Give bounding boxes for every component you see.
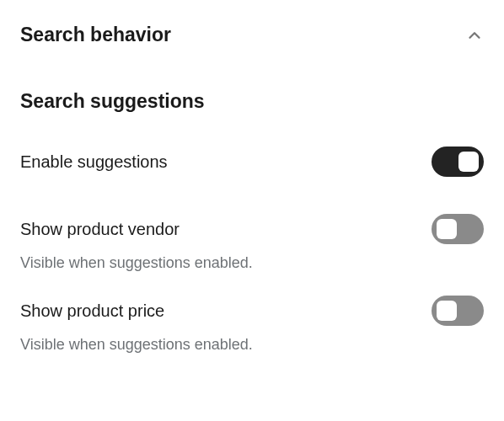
section-title: Search behavior [20,24,171,46]
setting-row: Show product price [20,296,484,326]
setting-help-show-vendor: Visible when suggestions enabled. [20,254,484,272]
setting-row: Enable suggestions [20,147,484,177]
setting-show-price: Show product price Visible when suggesti… [20,296,484,354]
subsection-title: Search suggestions [20,90,484,113]
setting-label-show-price: Show product price [20,301,164,321]
setting-show-vendor: Show product vendor Visible when suggest… [20,214,484,272]
collapse-toggle[interactable] [465,26,484,45]
toggle-knob [437,301,457,321]
toggle-knob [437,219,457,239]
toggle-show-price[interactable] [432,296,484,326]
setting-help-show-price: Visible when suggestions enabled. [20,336,484,354]
setting-label-show-vendor: Show product vendor [20,220,180,239]
chevron-up-icon [465,26,484,45]
setting-label-enable-suggestions: Enable suggestions [20,152,168,172]
section-header: Search behavior [20,24,484,46]
toggle-knob [458,152,479,172]
toggle-enable-suggestions[interactable] [432,147,484,177]
setting-enable-suggestions: Enable suggestions [20,147,484,177]
toggle-show-vendor[interactable] [432,214,484,244]
setting-row: Show product vendor [20,214,484,244]
